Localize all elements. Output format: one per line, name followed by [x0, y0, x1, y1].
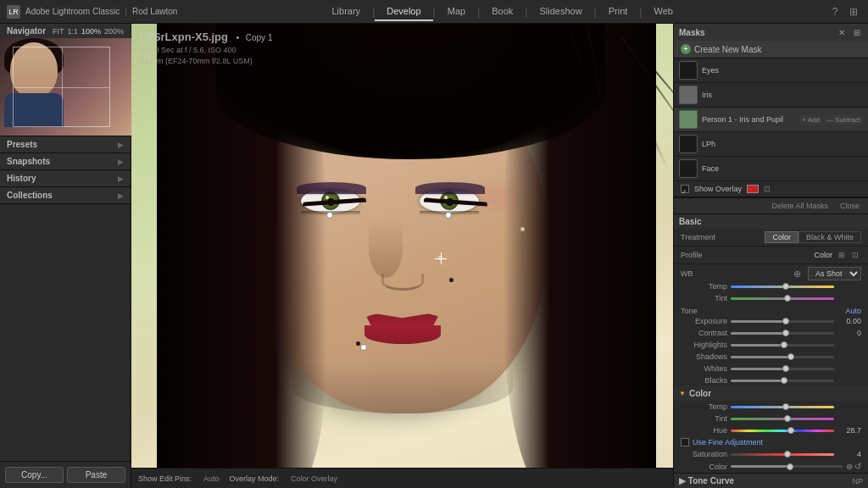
grid-icon[interactable]: ⊞: [846, 4, 861, 19]
overlay-dots[interactable]: ⊡: [764, 185, 771, 193]
contrast-track[interactable]: [731, 332, 834, 335]
tab-library[interactable]: Library: [320, 3, 373, 21]
treatment-color[interactable]: Color: [765, 231, 798, 243]
presets-arrow: ▶: [118, 141, 124, 149]
wb-select[interactable]: As Shot Auto Daylight Cloudy Custom: [808, 267, 861, 280]
left-eye-highlight: [326, 196, 329, 199]
color-tint-thumb[interactable]: [784, 415, 791, 422]
profile-grid-icon[interactable]: ⊞: [836, 249, 848, 261]
mask-thumb-iris: [679, 86, 698, 104]
user-name: Rod Lawton: [132, 7, 177, 16]
tone-auto-button[interactable]: Auto: [845, 307, 861, 315]
fine-adjustment-row: Use Fine Adjustment: [674, 436, 868, 448]
show-edit-pins-value[interactable]: Auto: [203, 474, 220, 483]
lips: [364, 312, 441, 346]
hue-slider-row: Hue 28.7: [674, 424, 868, 436]
tab-develop[interactable]: Develop: [375, 3, 432, 21]
color-eyedropper-icon[interactable]: ⊕: [846, 462, 853, 471]
fine-adjustment-checkbox[interactable]: [681, 438, 689, 446]
blacks-track[interactable]: [731, 380, 834, 382]
profile-right: Color ⊞ ⊡: [814, 249, 861, 261]
mask-item-iris[interactable]: Iris: [674, 83, 868, 108]
paste-button[interactable]: Paste: [67, 467, 125, 483]
color-tint-track[interactable]: [731, 418, 834, 420]
color-header[interactable]: ▼ Color: [674, 386, 868, 401]
blacks-thumb[interactable]: [781, 377, 787, 384]
close-masks-button[interactable]: Close: [837, 201, 863, 211]
highlights-thumb[interactable]: [781, 341, 787, 348]
color-reset-icon[interactable]: ↺: [854, 462, 861, 471]
saturation-track[interactable]: [731, 453, 834, 456]
delete-all-masks-button[interactable]: Delete All Masks: [768, 201, 832, 211]
highlights-track[interactable]: [731, 344, 834, 347]
zoom-1to1[interactable]: 1:1: [67, 27, 78, 36]
color-temp-row: Temp: [674, 401, 868, 413]
mask-item-eyes[interactable]: Eyes: [674, 58, 868, 83]
left-panel: Navigator FIT 1:1 100% 200%: [0, 24, 131, 488]
zoom-fit[interactable]: FIT: [53, 27, 64, 36]
treatment-bw[interactable]: Black & White: [798, 231, 861, 243]
zoom-200[interactable]: 200%: [104, 27, 124, 36]
mask-thumb-face: [679, 159, 698, 178]
masks-close-icon[interactable]: ✕: [836, 26, 848, 38]
temp-slider-track[interactable]: [731, 286, 834, 288]
mask-add-button[interactable]: + Add: [799, 115, 822, 125]
profile-icons: ⊞ ⊡: [836, 249, 861, 261]
top-bar-left: LR Adobe Lightroom Classic | Rod Lawton: [7, 5, 177, 19]
color-thumb[interactable]: [787, 463, 793, 470]
tab-print[interactable]: Print: [597, 3, 640, 21]
tint-slider-track[interactable]: [731, 297, 834, 300]
color-temp-thumb[interactable]: [782, 403, 789, 410]
shadows-track[interactable]: [731, 356, 834, 358]
tint-slider-thumb[interactable]: [784, 295, 791, 302]
eyedropper-icon[interactable]: ⊕: [793, 269, 801, 280]
hue-thumb[interactable]: [787, 427, 794, 434]
exposure-thumb[interactable]: [782, 318, 789, 324]
mask-label-face: Face: [702, 164, 863, 173]
mask-item-person1[interactable]: Person 1 - Iris and Pupil + Add — Subtra…: [674, 108, 868, 132]
overlay-color-box[interactable]: [747, 185, 759, 193]
zoom-100[interactable]: 100%: [81, 27, 101, 36]
color-temp-track[interactable]: [731, 406, 834, 408]
tone-curve-header[interactable]: ▶ Tone Curve NP: [674, 474, 868, 488]
create-new-mask-button[interactable]: + Create New Mask: [674, 41, 868, 58]
tab-map[interactable]: Map: [436, 3, 477, 21]
saturation-thumb[interactable]: [784, 451, 791, 458]
copy-button[interactable]: Copy...: [5, 467, 64, 483]
mask-item-face[interactable]: Face: [674, 157, 868, 181]
show-overlay-checkbox[interactable]: ✓: [681, 185, 689, 193]
highlights-label: Highlights: [681, 341, 727, 349]
temp-slider-thumb[interactable]: [782, 283, 789, 290]
mask-item-lph[interactable]: LPh: [674, 132, 868, 157]
sidebar-item-snapshots[interactable]: Snapshots ▶: [0, 153, 131, 170]
tab-web[interactable]: Web: [642, 3, 684, 21]
tab-slideshow[interactable]: Slideshow: [527, 3, 593, 21]
mask-thumb-lph: [679, 135, 698, 153]
overlay-mode-value[interactable]: Color Overlay: [291, 474, 337, 483]
center-area: i-ZSrLxpn-X5.jpg • Copy 1 1/400 Sec at f…: [131, 24, 673, 488]
profile-expand-icon[interactable]: ⊡: [849, 249, 861, 261]
fine-adjustment-label[interactable]: Use Fine Adjustment: [693, 438, 763, 446]
help-icon[interactable]: ?: [827, 4, 843, 19]
show-overlay-label: Show Overlay: [694, 185, 742, 193]
mask-dot-right-eye: [445, 212, 452, 219]
mask-subtract-button[interactable]: — Subtract: [824, 115, 863, 125]
top-bar: LR Adobe Lightroom Classic | Rod Lawton …: [0, 0, 868, 24]
sidebar-item-presets[interactable]: Presets ▶: [0, 136, 131, 153]
masks-panel: Masks ✕ ⊞ + Create New Mask Eyes Iris: [674, 24, 868, 198]
contrast-thumb[interactable]: [782, 330, 789, 336]
shadows-thumb[interactable]: [787, 353, 794, 360]
sidebar-item-collections[interactable]: Collections ▶: [0, 187, 131, 204]
sidebar-item-history[interactable]: History ▶: [0, 170, 131, 187]
whites-track[interactable]: [731, 368, 834, 370]
masks-expand-icon[interactable]: ⊞: [851, 26, 863, 38]
hue-label: Hue: [681, 426, 727, 435]
logo-text: LR: [8, 8, 19, 16]
tab-book[interactable]: Book: [480, 3, 525, 21]
color-track[interactable]: [731, 465, 843, 468]
color-section: ▼ Color Temp Tint: [674, 386, 868, 474]
hue-track[interactable]: [731, 430, 834, 432]
exposure-track[interactable]: [731, 320, 834, 323]
whites-thumb[interactable]: [782, 365, 789, 372]
navigator-header[interactable]: Navigator FIT 1:1 100% 200%: [0, 24, 131, 38]
